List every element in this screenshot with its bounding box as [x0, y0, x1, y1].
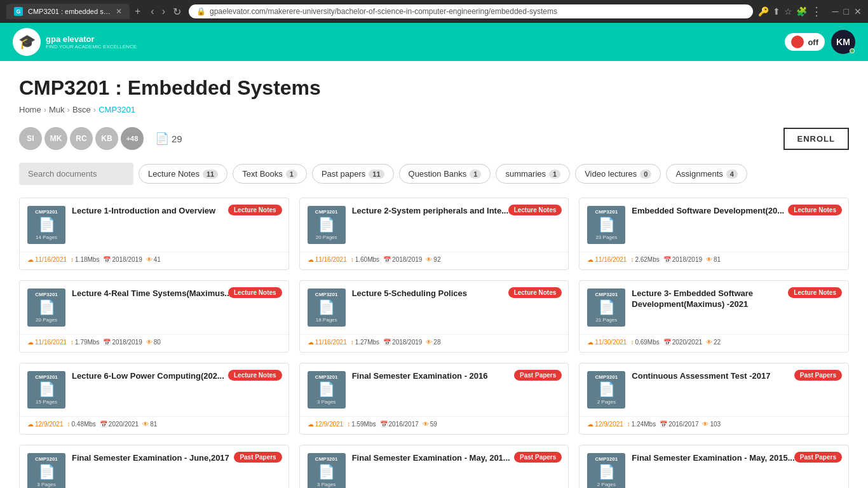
enrolled-user-si[interactable]: SI [19, 127, 42, 150]
doc-views: 👁103 [702, 421, 721, 428]
search-input[interactable] [19, 163, 133, 185]
doc-date: ☁12/9/2021 [308, 421, 344, 428]
filter-question-banks[interactable]: Question Banks 1 [399, 164, 491, 184]
doc-date: ☁12/9/2021 [27, 421, 64, 428]
text-books-count: 1 [286, 170, 297, 179]
pages: 3 Pages [37, 482, 55, 487]
browser-tab[interactable]: G CMP3201 : embedded systems - ✕ [6, 4, 130, 19]
user-avatar[interactable]: KM [831, 30, 855, 54]
enrolled-user-more[interactable]: +48 [121, 127, 144, 150]
doc-size: ↕1.27Mbs [351, 339, 379, 346]
pdf-icon: 📄 [598, 217, 615, 233]
lock-icon: 🔒 [196, 7, 206, 16]
breadcrumb-bsce[interactable]: Bsce [72, 105, 91, 114]
lecture-notes-label: Lecture Notes [148, 169, 200, 179]
enroll-button[interactable]: ENROLL [783, 128, 849, 150]
star-icon[interactable]: ☆ [784, 6, 792, 17]
enrolled-user-rc[interactable]: RC [70, 127, 93, 150]
key-icon[interactable]: 🔑 [758, 6, 769, 17]
doc-year: 📅2018/2019 [663, 256, 702, 263]
doc-card-inner: CMP3201 📄 23 Pages Embedded Software Dev… [580, 198, 848, 252]
doc-card-2[interactable]: CMP3201 📄 23 Pages Embedded Software Dev… [579, 198, 849, 270]
lecture-notes-count: 11 [203, 170, 218, 179]
pages: 3 Pages [317, 482, 336, 487]
doc-size: ↕1.59Mbs [347, 421, 376, 428]
browser-chrome: G CMP3201 : embedded systems - ✕ + ‹ › ↻… [0, 0, 868, 23]
pdf-icon: 📄 [318, 299, 335, 316]
forward-button[interactable]: › [159, 4, 168, 18]
user-initials: KM [836, 37, 850, 47]
enrolled-user-kb[interactable]: KB [95, 127, 118, 150]
reload-button[interactable]: ↻ [170, 4, 184, 19]
pdf-icon: 📄 [598, 381, 615, 398]
new-tab-icon[interactable]: + [135, 6, 140, 17]
maximize-button[interactable]: □ [844, 6, 849, 17]
doc-date: ☁11/16/2021 [308, 256, 347, 263]
doc-card-inner: CMP3201 📄 18 Pages Lecture 5-Scheduling … [300, 281, 569, 334]
doc-card-10[interactable]: CMP3201 📄 3 Pages Final Semester Examina… [299, 445, 569, 488]
doc-year: 📅2016/2017 [380, 421, 419, 428]
doc-card-inner: CMP3201 📄 3 Pages Final Semester Examina… [300, 363, 569, 417]
filter-assignments[interactable]: Assignments 4 [666, 164, 747, 184]
filter-summaries[interactable]: summaries 1 [496, 164, 570, 184]
close-button[interactable]: ✕ [854, 6, 862, 17]
doc-thumbnail: CMP3201 📄 3 Pages [308, 453, 346, 488]
pdf-icon: 📄 [318, 381, 335, 398]
close-tab-icon[interactable]: ✕ [116, 7, 122, 16]
url-text[interactable]: gpaelevator.com/makerere-university/bach… [210, 7, 557, 16]
logo-text: gpa elevator [46, 34, 137, 44]
doc-meta: ☁12/9/2021 ↕1.24Mbs 📅2016/2017 👁103 [580, 416, 848, 434]
pages: 20 Pages [36, 317, 57, 323]
menu-icon[interactable]: ⋮ [811, 4, 822, 18]
doc-grid: CMP3201 📄 14 Pages Lecture 1-Introductio… [19, 198, 849, 488]
doc-card-9[interactable]: CMP3201 📄 3 Pages Final Semester Examina… [19, 445, 289, 488]
filter-text-books[interactable]: Text Books 1 [233, 164, 307, 184]
doc-year: 📅2018/2019 [383, 256, 422, 263]
logo-icon: 🎓 [13, 28, 41, 56]
address-bar[interactable]: 🔒 gpaelevator.com/makerere-university/ba… [189, 4, 753, 18]
window-controls: ─ □ ✕ [832, 6, 862, 17]
main-content: CMP3201 : Embedded Systems Home › Muk › … [0, 61, 868, 488]
breadcrumb-muk[interactable]: Muk [49, 105, 65, 114]
tab-title: CMP3201 : embedded systems - [28, 8, 111, 15]
course-code: CMP3201 [35, 375, 58, 381]
doc-card-8[interactable]: CMP3201 📄 2 Pages Continuous Assessment … [579, 363, 849, 435]
doc-badge: Lecture Notes [228, 205, 282, 215]
doc-badge: Lecture Notes [228, 287, 282, 298]
back-button[interactable]: ‹ [148, 4, 156, 18]
filter-lecture-notes[interactable]: Lecture Notes 11 [139, 164, 227, 184]
share-icon[interactable]: ⬆ [773, 6, 780, 17]
logo[interactable]: 🎓 gpa elevator FIND YOUR ACADEMIC EXCELL… [13, 28, 137, 56]
doc-card-inner: CMP3201 📄 20 Pages Lecture 4-Real Time S… [20, 281, 288, 334]
browser-nav: ‹ › ↻ [148, 4, 184, 19]
doc-card-7[interactable]: CMP3201 📄 3 Pages Final Semester Examina… [299, 363, 569, 435]
pages: 23 Pages [595, 234, 617, 240]
doc-year: 📅2018/2019 [103, 256, 142, 263]
doc-card-6[interactable]: CMP3201 📄 15 Pages Lecture 6-Low Power C… [19, 363, 289, 435]
doc-card-inner: CMP3201 📄 2 Pages Continuous Assessment … [580, 363, 848, 417]
doc-card-11[interactable]: CMP3201 📄 2 Pages Final Semester Examina… [579, 445, 849, 488]
doc-card-4[interactable]: CMP3201 📄 18 Pages Lecture 5-Scheduling … [299, 280, 569, 353]
doc-card-5[interactable]: CMP3201 📄 21 Pages Lecture 3- Embedded S… [579, 280, 849, 353]
enrolled-user-mk[interactable]: MK [44, 127, 67, 150]
doc-card-0[interactable]: CMP3201 📄 14 Pages Lecture 1-Introductio… [19, 198, 289, 270]
pdf-icon: 📄 [318, 217, 335, 233]
doc-size: ↕1.24Mbs [627, 421, 656, 428]
course-code: CMP3201 [315, 292, 338, 298]
minimize-button[interactable]: ─ [832, 6, 839, 17]
summaries-count: 1 [549, 170, 560, 179]
breadcrumb-home[interactable]: Home [19, 105, 41, 114]
doc-year: 📅2016/2017 [660, 421, 698, 428]
filter-video-lectures[interactable]: Video lectures 0 [575, 164, 661, 184]
extensions-icon[interactable]: 🧩 [796, 6, 807, 17]
doc-date: ☁11/30/2021 [587, 339, 627, 346]
doc-badge: Past Papers [794, 452, 842, 463]
toggle-switch[interactable]: off [785, 33, 825, 51]
doc-card-3[interactable]: CMP3201 📄 20 Pages Lecture 4-Real Time S… [19, 280, 289, 353]
filter-past-papers[interactable]: Past papers 11 [312, 164, 394, 184]
doc-card-1[interactable]: CMP3201 📄 20 Pages Lecture 2-System peri… [299, 198, 569, 270]
question-banks-label: Question Banks [409, 169, 467, 179]
browser-actions: 🔑 ⬆ ☆ 🧩 ⋮ [758, 4, 822, 18]
course-code: CMP3201 [595, 210, 618, 215]
doc-badge: Past Papers [514, 452, 562, 463]
